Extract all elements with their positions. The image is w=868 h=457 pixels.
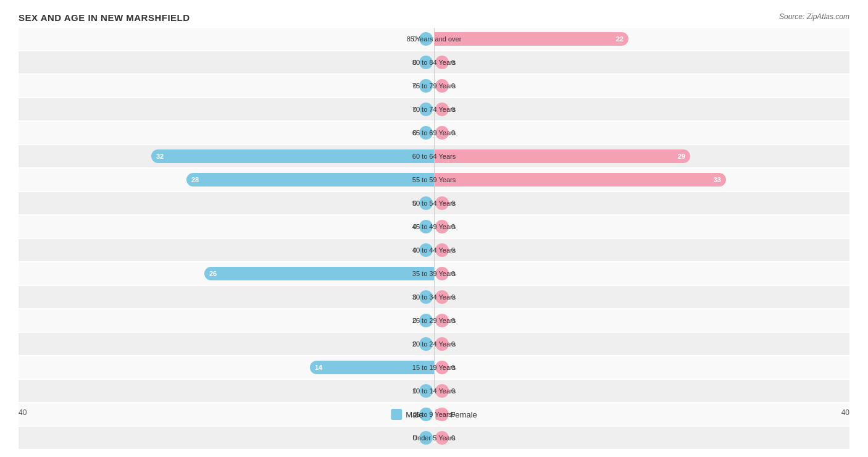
center-divider (434, 28, 435, 392)
female-value: 22 (616, 35, 628, 43)
female-label: Female (450, 410, 477, 419)
right-section: 0 (434, 286, 849, 308)
male-bar-zero (419, 314, 433, 327)
male-label: Male (406, 410, 423, 419)
axis-label-right: 40 (841, 408, 849, 417)
female-bar-zero (435, 103, 449, 116)
left-section: 0 (19, 427, 434, 449)
female-bar-zero (435, 431, 449, 445)
right-section: 0 (434, 51, 849, 73)
male-zero: 0 (413, 387, 417, 395)
right-section: 0 (434, 380, 849, 402)
left-section: 0 (19, 403, 434, 426)
female-bar-zero (435, 337, 449, 351)
left-section: 0 (19, 28, 434, 50)
left-section: 0 (19, 309, 434, 332)
right-section: 22 (434, 28, 849, 50)
right-section: 0 (434, 122, 849, 144)
female-zero: 0 (451, 59, 455, 66)
female-bar-zero (435, 290, 449, 304)
legend-male: Male (391, 409, 423, 420)
female-bar-zero (435, 126, 449, 140)
male-bar: 26 (204, 267, 434, 280)
male-bar: 28 (186, 173, 434, 187)
male-value: 14 (310, 364, 322, 371)
right-section: 33 (434, 169, 849, 191)
male-value: 26 (204, 270, 217, 277)
legend: Male Female (391, 409, 477, 420)
left-section: 0 (19, 380, 434, 402)
female-zero: 0 (451, 82, 455, 90)
female-bar-zero (435, 314, 449, 327)
right-section: 0 (434, 98, 849, 120)
female-zero: 0 (451, 106, 455, 113)
right-section: 0 (434, 262, 849, 285)
female-value: 33 (714, 176, 726, 183)
axis-label-left: 40 (19, 408, 27, 417)
right-section: 0 (434, 403, 849, 426)
male-zero: 0 (413, 199, 417, 207)
table-row: 0 Under 5 Years 0 (19, 427, 849, 449)
left-section: 0 (19, 75, 434, 97)
male-zero: 0 (413, 82, 417, 90)
right-section: 0 (434, 216, 849, 238)
female-zero: 0 (451, 129, 455, 136)
male-zero: 0 (413, 340, 417, 348)
left-section: 28 (19, 169, 434, 191)
male-zero: 0 (413, 246, 417, 254)
male-bar-zero (419, 337, 433, 351)
female-zero: 0 (451, 223, 455, 230)
male-bar-zero (419, 196, 433, 210)
male-zero: 0 (413, 106, 417, 113)
male-bar-zero (419, 243, 433, 257)
male-bar-zero (419, 32, 433, 46)
female-zero: 0 (451, 387, 455, 395)
male-value: 28 (186, 176, 199, 183)
left-section: 32 (19, 145, 434, 167)
left-section: 0 (19, 192, 434, 214)
female-bar-zero (435, 56, 449, 69)
female-zero: 0 (451, 340, 455, 348)
male-bar-zero (419, 126, 433, 140)
male-bar: 14 (310, 361, 434, 374)
female-value: 29 (678, 153, 690, 160)
male-bar-zero (419, 220, 433, 233)
male-bar-zero (419, 384, 433, 398)
left-section: 0 (19, 98, 434, 120)
male-swatch (391, 409, 402, 420)
female-zero: 0 (451, 246, 455, 254)
male-value: 32 (151, 153, 164, 160)
female-zero: 0 (451, 270, 455, 277)
male-bar-zero (419, 103, 433, 116)
left-section: 0 (19, 216, 434, 238)
female-zero: 0 (451, 434, 455, 442)
female-bar-zero (435, 220, 449, 233)
male-zero: 0 (413, 434, 417, 442)
female-bar-zero (435, 243, 449, 257)
left-section: 0 (19, 51, 434, 73)
male-bar-zero (419, 79, 433, 93)
left-section: 26 (19, 262, 434, 285)
female-swatch (435, 409, 446, 420)
chart-title: SEX AND AGE IN NEW MARSHFIELD (19, 12, 849, 23)
female-bar-zero (435, 361, 449, 374)
male-zero: 0 (413, 223, 417, 230)
male-zero: 0 (413, 129, 417, 136)
right-section: 0 (434, 75, 849, 97)
left-section: 14 (19, 356, 434, 379)
legend-female: Female (435, 409, 477, 420)
male-zero: 0 (413, 59, 417, 66)
female-bar: 33 (434, 173, 726, 187)
right-section: 0 (434, 239, 849, 261)
female-bar-zero (435, 196, 449, 210)
female-zero: 0 (451, 199, 455, 207)
male-zero: 0 (413, 35, 417, 43)
right-section: 0 (434, 427, 849, 449)
male-bar-zero (419, 431, 433, 445)
right-section: 0 (434, 192, 849, 214)
female-zero: 0 (451, 293, 455, 301)
female-bar-zero (435, 267, 449, 280)
chart-container: SEX AND AGE IN NEW MARSHFIELD Source: Zi… (0, 0, 868, 457)
right-section: 29 (434, 145, 849, 167)
female-zero: 0 (451, 317, 455, 324)
